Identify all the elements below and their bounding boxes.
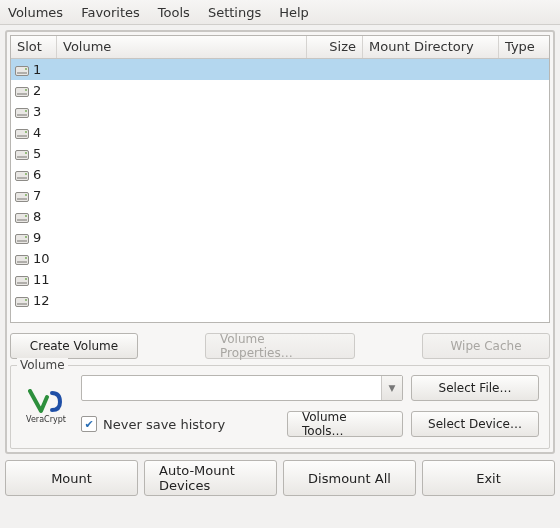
column-slot[interactable]: Slot: [11, 36, 57, 58]
drive-icon: [15, 125, 29, 140]
svg-rect-18: [16, 192, 29, 201]
svg-rect-30: [16, 276, 29, 285]
volume-group-legend: Volume: [17, 358, 68, 372]
select-file-button[interactable]: Select File…: [411, 375, 539, 401]
slot-number: 10: [33, 251, 50, 266]
bottom-button-row: Mount Auto-Mount Devices Dismount All Ex…: [5, 460, 555, 498]
select-device-button[interactable]: Select Device…: [411, 411, 539, 437]
veracrypt-logo-text: VeraCrypt: [26, 415, 66, 424]
table-row[interactable]: 10: [11, 248, 549, 269]
slot-number: 5: [33, 146, 41, 161]
svg-rect-6: [16, 108, 29, 117]
column-type[interactable]: Type: [499, 36, 549, 58]
checkbox-icon: ✔: [81, 416, 97, 432]
volume-path-combo[interactable]: ▼: [81, 375, 403, 401]
svg-point-5: [25, 89, 27, 91]
menu-help[interactable]: Help: [279, 5, 309, 20]
chevron-down-icon: ▼: [389, 383, 396, 393]
column-volume[interactable]: Volume: [57, 36, 307, 58]
table-row[interactable]: 5: [11, 143, 549, 164]
drive-icon: [15, 230, 29, 245]
main-panel: Slot Volume Size Mount Directory Type 12…: [5, 30, 555, 454]
drive-icon: [15, 62, 29, 77]
svg-rect-13: [17, 156, 27, 158]
mount-button[interactable]: Mount: [5, 460, 138, 496]
table-row[interactable]: 8: [11, 206, 549, 227]
volume-list-body[interactable]: 123456789101112: [11, 59, 549, 322]
svg-point-11: [25, 131, 27, 133]
svg-rect-27: [16, 255, 29, 264]
table-row[interactable]: 7: [11, 185, 549, 206]
volume-list-header: Slot Volume Size Mount Directory Type: [11, 36, 549, 59]
svg-rect-3: [16, 87, 29, 96]
svg-point-2: [25, 68, 27, 70]
slot-number: 2: [33, 83, 41, 98]
svg-point-17: [25, 173, 27, 175]
veracrypt-logo-icon: [28, 389, 64, 415]
column-mount[interactable]: Mount Directory: [363, 36, 499, 58]
menu-volumes[interactable]: Volumes: [8, 5, 63, 20]
menu-settings[interactable]: Settings: [208, 5, 261, 20]
slot-number: 4: [33, 125, 41, 140]
menu-bar: Volumes Favorites Tools Settings Help: [0, 0, 560, 25]
svg-point-29: [25, 257, 27, 259]
table-row[interactable]: 2: [11, 80, 549, 101]
table-row[interactable]: 4: [11, 122, 549, 143]
dismount-all-button[interactable]: Dismount All: [283, 460, 416, 496]
svg-point-26: [25, 236, 27, 238]
svg-point-20: [25, 194, 27, 196]
table-row[interactable]: 6: [11, 164, 549, 185]
drive-icon: [15, 293, 29, 308]
svg-point-8: [25, 110, 27, 112]
svg-rect-12: [16, 150, 29, 159]
menu-favorites[interactable]: Favorites: [81, 5, 140, 20]
menu-tools[interactable]: Tools: [158, 5, 190, 20]
action-row: Create Volume Volume Properties… Wipe Ca…: [10, 333, 550, 359]
volume-list: Slot Volume Size Mount Directory Type 12…: [10, 35, 550, 323]
table-row[interactable]: 9: [11, 227, 549, 248]
svg-rect-0: [16, 66, 29, 75]
slot-number: 11: [33, 272, 50, 287]
svg-rect-15: [16, 171, 29, 180]
never-save-history-label: Never save history: [103, 417, 225, 432]
slot-number: 8: [33, 209, 41, 224]
slot-number: 3: [33, 104, 41, 119]
svg-rect-16: [17, 177, 27, 179]
exit-button[interactable]: Exit: [422, 460, 555, 496]
column-size[interactable]: Size: [307, 36, 363, 58]
svg-point-35: [25, 299, 27, 301]
table-row[interactable]: 12: [11, 290, 549, 311]
veracrypt-logo: VeraCrypt: [19, 389, 73, 424]
table-row[interactable]: 1: [11, 59, 549, 80]
slot-number: 6: [33, 167, 41, 182]
drive-icon: [15, 146, 29, 161]
svg-rect-4: [17, 93, 27, 95]
table-row[interactable]: 11: [11, 269, 549, 290]
create-volume-button[interactable]: Create Volume: [10, 333, 138, 359]
svg-rect-10: [17, 135, 27, 137]
svg-rect-25: [17, 240, 27, 242]
drive-icon: [15, 188, 29, 203]
volume-properties-button: Volume Properties…: [205, 333, 355, 359]
svg-rect-7: [17, 114, 27, 116]
slot-number: 7: [33, 188, 41, 203]
auto-mount-button[interactable]: Auto-Mount Devices: [144, 460, 277, 496]
never-save-history-checkbox[interactable]: ✔ Never save history: [81, 416, 225, 432]
drive-icon: [15, 209, 29, 224]
volume-path-dropdown-button[interactable]: ▼: [381, 376, 402, 400]
volume-group: Volume VeraCrypt ▼ Select File…: [10, 365, 550, 449]
drive-icon: [15, 251, 29, 266]
svg-rect-9: [16, 129, 29, 138]
svg-rect-22: [17, 219, 27, 221]
svg-rect-33: [16, 297, 29, 306]
svg-point-23: [25, 215, 27, 217]
table-row[interactable]: 3: [11, 101, 549, 122]
slot-number: 9: [33, 230, 41, 245]
volume-path-input[interactable]: [82, 376, 381, 400]
svg-point-32: [25, 278, 27, 280]
volume-tools-button[interactable]: Volume Tools…: [287, 411, 403, 437]
drive-icon: [15, 272, 29, 287]
svg-rect-1: [17, 72, 27, 74]
drive-icon: [15, 167, 29, 182]
slot-number: 12: [33, 293, 50, 308]
